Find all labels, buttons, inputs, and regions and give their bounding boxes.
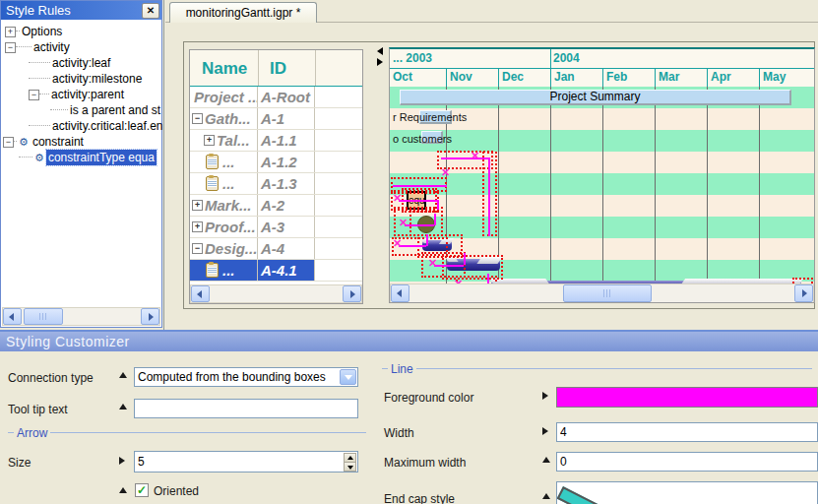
scroll-left-button[interactable]	[391, 284, 409, 302]
timescale-years-row[interactable]: ... 2003 2004	[390, 49, 814, 69]
scroll-right-button[interactable]	[343, 285, 361, 302]
style-rules-hscrollbar[interactable]	[2, 307, 160, 326]
foreground-color-swatch[interactable]	[556, 387, 818, 408]
gantt-chart-panel: ... 2003 2004 Oct Nov Dec Jan Feb Mar Ap…	[389, 47, 815, 303]
tree-item-parent-condition[interactable]: is a parent and st	[1, 102, 162, 118]
column-header-name[interactable]: Name	[190, 50, 258, 87]
styling-customizer-titlebar: Styling Customizer	[0, 332, 818, 351]
tree-item-label: constraint	[31, 134, 86, 150]
milestone-marker[interactable]	[417, 216, 435, 233]
style-rules-title: Style Rules	[6, 3, 71, 18]
tree-item-activity[interactable]: activity	[1, 39, 72, 55]
scroll-left-icon	[9, 313, 14, 321]
line-group-header: Line	[382, 362, 812, 376]
tree-item-activity-parent[interactable]: activity:parent	[1, 87, 126, 102]
inherit-marker-icon	[119, 404, 127, 410]
gantt-table-header: Name ID	[190, 50, 362, 87]
plus-expander-icon[interactable]	[5, 27, 16, 37]
styling-customizer-panel: Styling Customizer Connection type Compu…	[0, 330, 818, 504]
splitter-collapse-left-icon[interactable]	[377, 47, 383, 55]
summary-bar[interactable]	[422, 240, 452, 251]
plus-expander-icon[interactable]	[204, 135, 215, 146]
tree-item-label-selected: constraintType equa	[46, 150, 157, 165]
minus-expander-icon[interactable]	[192, 113, 203, 124]
tree-item-label: activity:parent	[49, 87, 126, 102]
scroll-left-button[interactable]	[191, 285, 210, 302]
size-spinner[interactable]: 5	[134, 451, 358, 472]
maximum-width-input[interactable]	[556, 452, 818, 472]
tree-item-constraint-type[interactable]: ⚙ constraintType equa	[1, 150, 157, 165]
end-cap-style-label: End cap style	[384, 492, 455, 504]
tooltip-label: Tool tip text	[8, 403, 68, 416]
tree-item-constraint[interactable]: ⚙ constraint	[1, 134, 86, 150]
scroll-left-button[interactable]	[3, 308, 22, 325]
oriented-label: Oriented	[154, 484, 199, 498]
minus-expander-icon[interactable]	[29, 90, 39, 100]
minus-expander-icon[interactable]	[5, 42, 16, 53]
table-row[interactable]: Desig... A-4	[190, 238, 362, 260]
tree-item-options[interactable]: Options	[1, 24, 64, 39]
width-input[interactable]	[556, 422, 818, 442]
table-row[interactable]: Tal... A-1.1	[190, 130, 362, 152]
year-label: 2004	[553, 49, 580, 68]
table-row[interactable]: ... A-1.3	[190, 173, 362, 195]
spinner-down-icon[interactable]	[344, 462, 356, 472]
tree-item-label: Options	[20, 24, 64, 39]
table-row[interactable]: ... A-1.2	[190, 152, 362, 173]
task-label: r Requirements	[393, 111, 467, 123]
minus-expander-icon[interactable]	[192, 243, 203, 254]
oriented-checkbox[interactable]: ✓	[135, 483, 149, 497]
summary-bar[interactable]	[447, 259, 500, 271]
inherit-marker-icon	[542, 457, 550, 463]
connection-type-select[interactable]: Computed from the bounding boxes	[134, 367, 358, 387]
table-row-selected[interactable]: ... A-4.1	[190, 260, 362, 282]
month-label: Nov	[446, 68, 498, 87]
table-row[interactable]: Project ... A-Root	[190, 87, 362, 108]
scroll-right-button[interactable]	[141, 308, 159, 325]
clipboard-icon	[206, 263, 219, 278]
tree-item-activity-leaf[interactable]: activity:leaf	[1, 55, 112, 71]
gantt-chart-body: Project Summary r Requirements o custome…	[390, 87, 814, 284]
splitter-collapse-right-icon[interactable]	[377, 58, 383, 66]
month-label: Mar	[655, 68, 707, 87]
scrollbar-thumb[interactable]	[563, 284, 652, 302]
close-icon[interactable]: ✕	[142, 3, 159, 19]
plus-expander-icon[interactable]	[192, 200, 203, 211]
table-row[interactable]: Gath... A-1	[190, 108, 362, 130]
project-summary-bar[interactable]: Project Summary	[400, 90, 791, 105]
tree-item-label: activity:milestone	[50, 71, 144, 87]
inherit-marker-icon	[119, 457, 125, 465]
gear-icon: ⚙	[19, 137, 29, 148]
style-rules-titlebar[interactable]: Style Rules ✕	[1, 1, 161, 20]
chevron-down-icon[interactable]	[340, 369, 356, 385]
timescale-months-row[interactable]: Oct Nov Dec Jan Feb Mar Apr May	[390, 68, 814, 88]
month-label: Feb	[602, 68, 655, 87]
clipboard-icon	[206, 155, 219, 169]
style-rules-panel: Style Rules ✕ Options activity activity:…	[0, 0, 162, 328]
scroll-right-button[interactable]	[794, 284, 813, 302]
tree-item-activity-critical[interactable]: activity.critical:leaf.en	[1, 118, 164, 134]
document-tab[interactable]: monitoringGantt.igpr *	[169, 2, 317, 23]
table-row[interactable]: Proof... A-3	[190, 217, 362, 238]
task-label: o customers	[393, 133, 452, 145]
end-cap-style-preview[interactable]	[556, 481, 818, 504]
gear-icon: ⚙	[34, 153, 44, 163]
tree-item-label: activity	[31, 39, 72, 55]
plus-expander-icon[interactable]	[192, 221, 203, 232]
foreground-color-label: Foreground color	[384, 391, 473, 405]
chart-hscrollbar[interactable]	[390, 284, 814, 303]
year-label: ... 2003	[393, 49, 432, 68]
inherit-marker-icon	[542, 493, 550, 499]
month-label: Dec	[498, 68, 550, 87]
task-box[interactable]: equ	[407, 191, 426, 210]
tooltip-input[interactable]	[134, 399, 358, 418]
inherit-marker-icon	[542, 427, 548, 435]
table-hscrollbar[interactable]	[190, 284, 362, 303]
application-window: Style Rules ✕ Options activity activity:…	[0, 0, 818, 504]
scrollbar-thumb[interactable]	[24, 308, 63, 325]
table-row[interactable]: Mark... A-2	[190, 195, 362, 217]
tree-item-activity-milestone[interactable]: activity:milestone	[1, 71, 144, 87]
column-header-id[interactable]: ID	[258, 50, 315, 87]
minus-expander-icon[interactable]	[3, 137, 14, 148]
styling-customizer-title: Styling Customizer	[6, 334, 130, 349]
